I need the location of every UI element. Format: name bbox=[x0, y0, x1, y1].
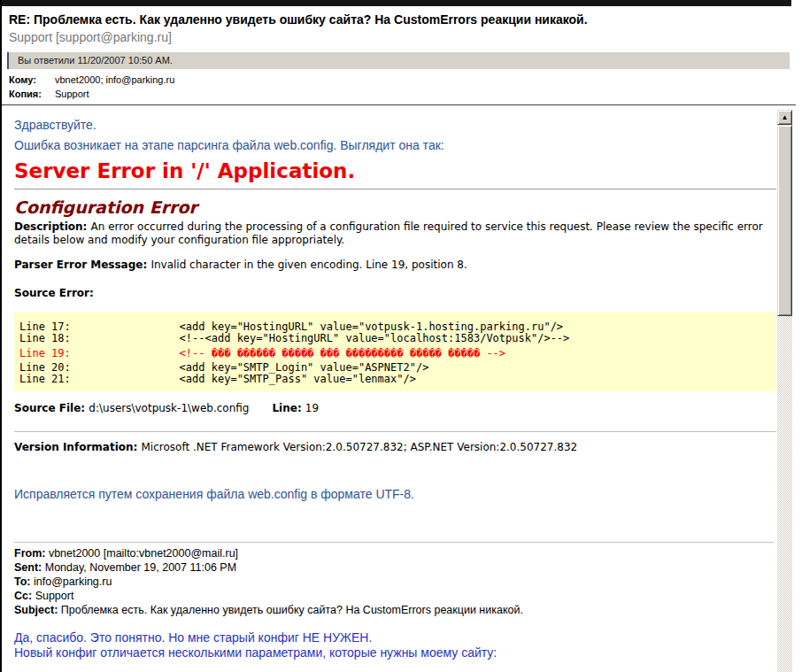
description-text: An error occurred during the processing … bbox=[14, 220, 763, 246]
quoted-subject-label: Subject: bbox=[14, 604, 61, 616]
section-divider bbox=[14, 431, 776, 432]
source-file-label: Source File: bbox=[14, 402, 89, 414]
reply-line-1: Да, спасибо. Это понятно. Но мне старый … bbox=[14, 630, 776, 645]
source-error-label: Source Error: bbox=[14, 287, 776, 300]
description-label: Description: bbox=[14, 220, 91, 233]
source-file-value: d:\users\votpusk-1\web.config bbox=[89, 402, 249, 414]
cc-label: Копия: bbox=[9, 89, 55, 100]
quoted-sent-label: Sent: bbox=[14, 561, 45, 574]
header-separator bbox=[2, 104, 796, 105]
reply-line-2: Новый конфиг отличается несколькими пара… bbox=[14, 645, 776, 660]
fix-note: Исправляется путем сохранения файла web.… bbox=[14, 487, 776, 502]
source-error-box: Line 17: <add key="HostingURL" value="vo… bbox=[14, 312, 776, 391]
parser-error-label: Parser Error Message: bbox=[14, 259, 150, 271]
to-row: Кому:vbnet2000; info@parking.ru bbox=[9, 74, 802, 86]
quoted-to-row: To: info@parking.ru bbox=[14, 575, 776, 589]
message-subject: RE: Проблемка есть. Как удаленно увидеть… bbox=[9, 12, 802, 27]
quoted-to-label: To: bbox=[14, 575, 34, 588]
reply-text-block: Да, спасибо. Это понятно. Но мне старый … bbox=[14, 630, 776, 660]
quoted-sent-row: Sent: Monday, November 19, 2007 11:06 PM bbox=[14, 560, 776, 575]
version-information-line: Version Information: Microsoft .NET Fram… bbox=[14, 441, 776, 454]
message-body-pane: Здравствуйте. Ошибка возникает на этапе … bbox=[2, 109, 776, 672]
greeting-text: Здравствуйте. bbox=[14, 118, 776, 133]
quoted-subject-row: Subject: Проблемка есть. Как удаленно ув… bbox=[14, 603, 776, 617]
message-sender: Support [support@parking.ru] bbox=[9, 30, 802, 44]
source-file-line: Source File: d:\users\votpusk-1\web.conf… bbox=[14, 402, 776, 415]
to-value: vbnet2000; info@parking.ru bbox=[55, 74, 174, 85]
quoted-message-divider bbox=[14, 542, 774, 543]
parser-error-paragraph: Parser Error Message: Invalid character … bbox=[14, 259, 776, 272]
quoted-header-block: From: vbnet2000 [mailto:vbnet2000@mail.r… bbox=[14, 546, 776, 617]
message-header: RE: Проблемка есть. Как удаленно увидеть… bbox=[2, 6, 802, 105]
code-line-highlighted: Line 19: <!-- ��� ������ ����� ��� �����… bbox=[19, 348, 773, 359]
scrollbar-track[interactable] bbox=[777, 316, 792, 672]
line-number-value: 19 bbox=[305, 402, 319, 414]
scrollbar-thumb[interactable] bbox=[777, 125, 792, 316]
quoted-from-label: From: bbox=[14, 547, 49, 560]
vertical-scrollbar[interactable]: ▲ bbox=[777, 110, 792, 672]
code-lines-before: Line 17: <add key="HostingURL" value="vo… bbox=[19, 321, 773, 344]
heading-divider bbox=[14, 189, 776, 189]
reply-status-infobar: Вы ответили 11/20/2007 10:50 AM. bbox=[7, 52, 790, 69]
window-top-bar bbox=[0, 0, 791, 6]
quoted-subject-value: Проблемка есть. Как удаленно увидеть оши… bbox=[61, 604, 523, 616]
quoted-cc-value: Support bbox=[35, 590, 74, 602]
quoted-sent-value: Monday, November 19, 2007 11:06 PM bbox=[45, 561, 236, 574]
quoted-cc-label: Cc: bbox=[14, 590, 35, 602]
email-reading-window: RE: Проблемка есть. Как удаленно увидеть… bbox=[0, 0, 802, 672]
scroll-up-button[interactable]: ▲ bbox=[777, 110, 792, 125]
version-label: Version Information: bbox=[14, 441, 142, 453]
description-paragraph: Description: An error occurred during th… bbox=[14, 220, 776, 247]
configuration-error-heading: Configuration Error bbox=[14, 197, 776, 217]
cc-value: Support bbox=[55, 89, 89, 99]
quoted-to-value: info@parking.ru bbox=[34, 575, 112, 588]
parser-error-text: Invalid character in the given encoding.… bbox=[150, 259, 467, 271]
quoted-from-row: From: vbnet2000 [mailto:vbnet2000@mail.r… bbox=[14, 546, 776, 560]
line-number-label: Line: bbox=[272, 402, 305, 414]
aspnet-error-page: Server Error in '/' Application. Configu… bbox=[14, 159, 776, 454]
intro-text: Ошибка возникает на этапе парсинга файла… bbox=[14, 138, 776, 153]
quoted-from-value: vbnet2000 [mailto:vbnet2000@mail.ru] bbox=[49, 547, 238, 560]
to-label: Кому: bbox=[9, 74, 55, 86]
version-text: Microsoft .NET Framework Version:2.0.507… bbox=[142, 441, 578, 453]
code-lines-after: Line 20: <add key="SMTP_Login" value="AS… bbox=[19, 362, 773, 385]
quoted-cc-row: Cc: Support bbox=[14, 589, 776, 603]
cc-row: Копия:Support bbox=[9, 89, 802, 100]
scroll-up-icon: ▲ bbox=[782, 113, 789, 121]
server-error-heading: Server Error in '/' Application. bbox=[14, 159, 776, 183]
